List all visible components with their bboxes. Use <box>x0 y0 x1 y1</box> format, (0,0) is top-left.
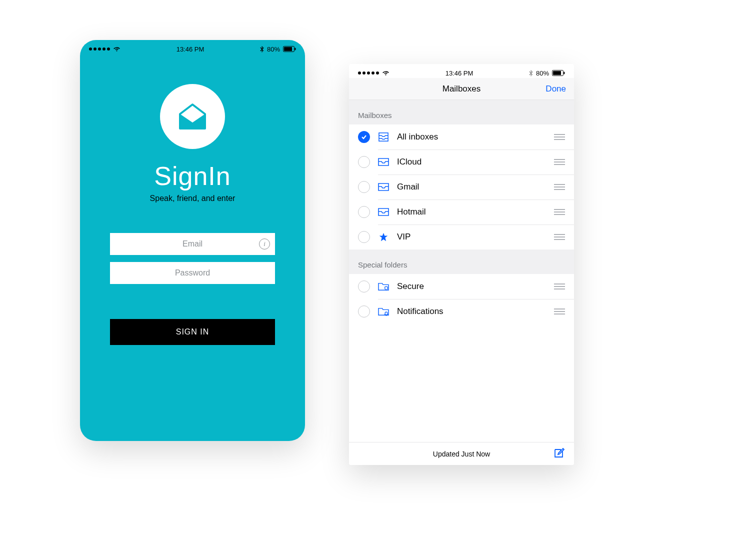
mailbox-row[interactable]: ICloud <box>349 150 574 174</box>
signin-screen: 13:46 PM 80% SignIn Speak, friend, and e… <box>80 40 305 441</box>
battery-percent: 80% <box>267 46 280 53</box>
row-checkbox[interactable] <box>358 306 370 318</box>
battery-icon <box>552 70 565 76</box>
row-label: ICloud <box>397 157 554 167</box>
bluetooth-icon <box>260 46 264 52</box>
section-header-special: Special folders <box>349 250 574 274</box>
battery-icon <box>283 46 296 52</box>
compose-button[interactable] <box>553 447 565 461</box>
signin-subtitle: Speak, friend, and enter <box>150 194 236 203</box>
mailbox-row[interactable]: Hotmail <box>349 200 574 224</box>
signal-dots-icon <box>358 72 379 74</box>
signin-title: SignIn <box>154 161 230 191</box>
info-icon[interactable]: i <box>259 238 270 250</box>
mailbox-row[interactable]: Notifications <box>349 299 574 324</box>
drag-handle-icon[interactable] <box>554 159 565 165</box>
svg-rect-2 <box>295 48 296 50</box>
mailbox-row[interactable]: All inboxes <box>349 124 574 150</box>
mailboxes-screen: 13:46 PM 80% Mailboxes Done Mailboxes Al… <box>349 64 574 465</box>
status-bar: 13:46 PM 80% <box>349 64 574 78</box>
folder-bell-icon <box>377 306 390 316</box>
svg-rect-1 <box>284 47 292 51</box>
folder-shield-icon <box>377 282 390 292</box>
updated-label: Updated Just Now <box>433 450 490 458</box>
row-checkbox[interactable] <box>358 131 370 143</box>
mailbox-row[interactable]: VIP <box>349 224 574 250</box>
inbox-icon <box>377 182 390 192</box>
drag-handle-icon[interactable] <box>554 284 565 290</box>
row-checkbox[interactable] <box>358 231 370 243</box>
password-field[interactable] <box>110 268 275 278</box>
battery-percent: 80% <box>536 70 549 77</box>
status-bar: 13:46 PM 80% <box>80 40 305 54</box>
row-checkbox[interactable] <box>358 156 370 168</box>
drag-handle-icon[interactable] <box>554 308 565 314</box>
row-checkbox[interactable] <box>358 280 370 292</box>
bluetooth-icon <box>529 70 533 76</box>
row-label: VIP <box>397 232 554 242</box>
row-checkbox[interactable] <box>358 181 370 193</box>
signin-button[interactable]: SIGN IN <box>110 319 275 345</box>
nav-title: Mailboxes <box>442 84 481 94</box>
inbox-icon <box>377 157 390 167</box>
svg-rect-4 <box>553 71 561 75</box>
signal-dots-icon <box>89 48 110 50</box>
row-label: Hotmail <box>397 207 554 217</box>
status-time: 13:46 PM <box>176 46 204 53</box>
mailbox-row[interactable]: Gmail <box>349 174 574 200</box>
svg-rect-5 <box>564 72 565 74</box>
drag-handle-icon[interactable] <box>554 184 565 190</box>
drag-handle-icon[interactable] <box>554 234 565 240</box>
inbox-stack-icon <box>377 132 390 142</box>
row-label: Notifications <box>397 306 554 316</box>
compose-icon <box>553 447 565 459</box>
row-label: All inboxes <box>397 132 554 142</box>
inbox-icon <box>377 207 390 217</box>
open-envelope-icon <box>175 102 210 132</box>
mailbox-row[interactable]: Secure <box>349 274 574 299</box>
drag-handle-icon[interactable] <box>554 209 565 215</box>
wifi-icon <box>113 46 120 52</box>
row-label: Gmail <box>397 182 554 192</box>
row-checkbox[interactable] <box>358 206 370 218</box>
wifi-icon <box>382 70 390 76</box>
nav-bar: Mailboxes Done <box>349 78 574 100</box>
status-time: 13:46 PM <box>446 70 474 77</box>
email-field-wrap: i <box>110 233 275 255</box>
app-logo <box>160 84 225 149</box>
star-icon <box>377 232 390 242</box>
section-header-mailboxes: Mailboxes <box>349 100 574 124</box>
password-field-wrap <box>110 262 275 284</box>
bottom-toolbar: Updated Just Now <box>349 442 574 465</box>
drag-handle-icon[interactable] <box>554 134 565 140</box>
done-button[interactable]: Done <box>546 84 566 94</box>
row-label: Secure <box>397 282 554 292</box>
email-field[interactable] <box>110 240 275 248</box>
checkmark-icon <box>360 134 368 140</box>
